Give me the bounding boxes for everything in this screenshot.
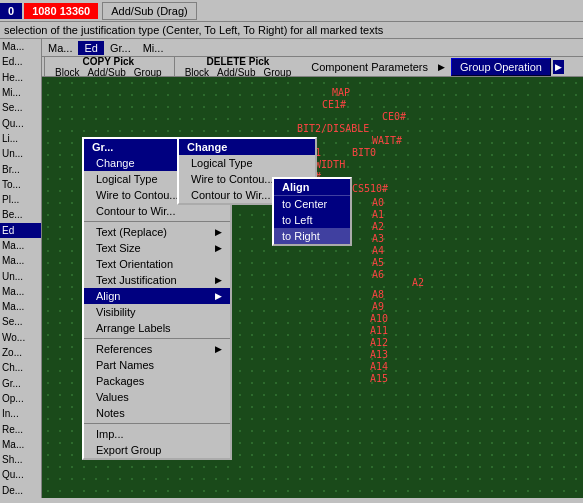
ctx-item-text-justification[interactable]: Text Justification ▶ (84, 272, 230, 288)
schema-label-cs510-: CS510# (352, 183, 388, 194)
ctx-text-size-label: Text Size (96, 242, 141, 254)
sidebar-item-be[interactable]: Be... (0, 207, 41, 222)
ctx-notes-label: Notes (96, 407, 125, 419)
ctx-item-references[interactable]: References ▶ (84, 341, 230, 357)
schema-label-a5: A5 (372, 257, 384, 268)
sidebar-item-qu2[interactable]: Qu... (0, 467, 41, 482)
align-to-left[interactable]: to Left (274, 212, 350, 228)
menu-ma[interactable]: Ma... (42, 41, 78, 55)
ctx-arrange-label: Arrange Labels (96, 322, 171, 334)
menu-bar: Ma... Ed Gr... Mi... (42, 39, 583, 57)
ctx-wire-contour-label: Wire to Contou... (96, 189, 179, 201)
ctx-logical-label: Logical Type (96, 173, 158, 185)
menu-mi[interactable]: Mi... (137, 41, 170, 55)
align-to-center[interactable]: to Center (274, 196, 350, 212)
copy-group[interactable]: Group (134, 67, 162, 78)
sidebar-item-mi[interactable]: Mi... (0, 85, 41, 100)
ctx-sep-2 (84, 338, 230, 339)
sidebar-item-ma5[interactable]: Ma... (0, 299, 41, 314)
copy-addsub[interactable]: Add/Sub (87, 67, 125, 78)
sidebar-item-ma2[interactable]: Ma... (0, 238, 41, 253)
sidebar-item-ed[interactable]: Ed... (0, 54, 41, 69)
ctx-values-label: Values (96, 391, 129, 403)
sidebar-item-li[interactable]: Li... (0, 131, 41, 146)
sidebar-item-gr[interactable]: Gr... (0, 376, 41, 391)
ctx-align-arrow: ▶ (215, 291, 222, 301)
sidebar-item-se2[interactable]: Se... (0, 314, 41, 329)
sidebar-item-ch[interactable]: Ch... (0, 360, 41, 375)
schema-label-map: MAP (332, 87, 350, 98)
ctx-item-part-names[interactable]: Part Names (84, 357, 230, 373)
ctx-item-export-group[interactable]: Export Group (84, 442, 230, 458)
ctx-item-arrange-labels[interactable]: Arrange Labels (84, 320, 230, 336)
sidebar-item-un[interactable]: Un... (0, 146, 41, 161)
sidebar-item-to[interactable]: To... (0, 177, 41, 192)
ctx-references-label: References (96, 343, 152, 355)
sidebar-item-wo[interactable]: Wo... (0, 330, 41, 345)
delete-block[interactable]: Block (185, 67, 209, 78)
sub-item-logical[interactable]: Logical Type (179, 155, 315, 171)
schema-label-a6: A6 (372, 269, 384, 280)
delete-pick-label: DELETE Pick (207, 56, 270, 67)
ctx-sep-1 (84, 221, 230, 222)
sidebar-item-zo[interactable]: Zo... (0, 345, 41, 360)
menu-gr[interactable]: Gr... (104, 41, 137, 55)
ctx-item-values[interactable]: Values (84, 389, 230, 405)
component-params-btn[interactable]: Component Parameters (303, 61, 436, 73)
ctx-item-packages[interactable]: Packages (84, 373, 230, 389)
ctx-item-text-replace[interactable]: Text (Replace) ▶ (84, 224, 230, 240)
schema-label-a3: A3 (372, 233, 384, 244)
sidebar-item-qu[interactable]: Qu... (0, 115, 41, 130)
ctx-item-notes[interactable]: Notes (84, 405, 230, 421)
sidebar-item-ma3[interactable]: Ma... (0, 253, 41, 268)
sidebar-item-in[interactable]: In... (0, 406, 41, 421)
counter-display: 0 (0, 3, 22, 19)
ctx-export-group-label: Export Group (96, 444, 161, 456)
group-operation-button[interactable]: Group Operation (451, 58, 551, 76)
sidebar-item-re[interactable]: Re... (0, 421, 41, 436)
delete-group[interactable]: Group (263, 67, 291, 78)
sidebar-item-sh[interactable]: Sh... (0, 452, 41, 467)
toolbar-row: COPY Pick Block Add/Sub Group DELETE Pic… (42, 57, 583, 77)
schema-label-a10: A10 (370, 313, 388, 324)
submenu-change-header: Change (179, 139, 315, 155)
ctx-item-contour-to-wire[interactable]: Contour to Wir... (84, 203, 230, 219)
ctx-align-label: Align (96, 290, 120, 302)
sidebar-item-op[interactable]: Op... (0, 391, 41, 406)
align-to-right[interactable]: to Right (274, 228, 350, 244)
ctx-item-imp[interactable]: Imp... (84, 426, 230, 442)
ctx-text-orientation-label: Text Orientation (96, 258, 173, 270)
ctx-item-align[interactable]: Align ▶ (84, 288, 230, 304)
schema-label-a12: A12 (370, 337, 388, 348)
main-toolbar: 0 1080 13360 Add/Sub (Drag) (0, 0, 583, 22)
sidebar-item-ma4[interactable]: Ma... (0, 284, 41, 299)
schema-label-a4: A4 (372, 245, 384, 256)
delete-addsub[interactable]: Add/Sub (217, 67, 255, 78)
ctx-text-size-arrow: ▶ (215, 243, 222, 253)
schema-label-a13: A13 (370, 349, 388, 360)
sidebar-item-he[interactable]: He... (0, 70, 41, 85)
ctx-item-text-size[interactable]: Text Size ▶ (84, 240, 230, 256)
align-center-label: to Center (282, 198, 327, 210)
sidebar-item-de[interactable]: De... (0, 483, 41, 498)
ctx-text-replace-label: Text (Replace) (96, 226, 167, 238)
ctx-contour-wire-label: Contour to Wir... (96, 205, 175, 217)
sidebar-item-ma1[interactable]: Ma... (0, 39, 41, 54)
copy-block[interactable]: Block (55, 67, 79, 78)
ctx-item-text-orientation[interactable]: Text Orientation (84, 256, 230, 272)
sidebar-item-se[interactable]: Se... (0, 100, 41, 115)
sidebar-item-ma6[interactable]: Ma... (0, 437, 41, 452)
sidebar-item-un2[interactable]: Un... (0, 268, 41, 283)
menu-ed[interactable]: Ed (78, 41, 103, 55)
sidebar-item-ed-active[interactable]: Ed (0, 223, 41, 238)
ctx-item-visibility[interactable]: Visibility (84, 304, 230, 320)
sub-wire-contour-label: Wire to Contou... (191, 173, 274, 185)
canvas-area: MAPCE1#CE0#BIT2/DISABLEWAIT#BIT1BIT0BUSW… (42, 77, 583, 498)
ctx-part-names-label: Part Names (96, 359, 154, 371)
sub-logical-label: Logical Type (191, 157, 253, 169)
sidebar-item-br[interactable]: Br... (0, 161, 41, 176)
sidebar-item-pl[interactable]: Pl... (0, 192, 41, 207)
copy-pick-group: COPY Pick Block Add/Sub Group (44, 56, 172, 78)
schema-label-a15: A15 (370, 373, 388, 384)
action-display: Add/Sub (Drag) (102, 2, 196, 20)
